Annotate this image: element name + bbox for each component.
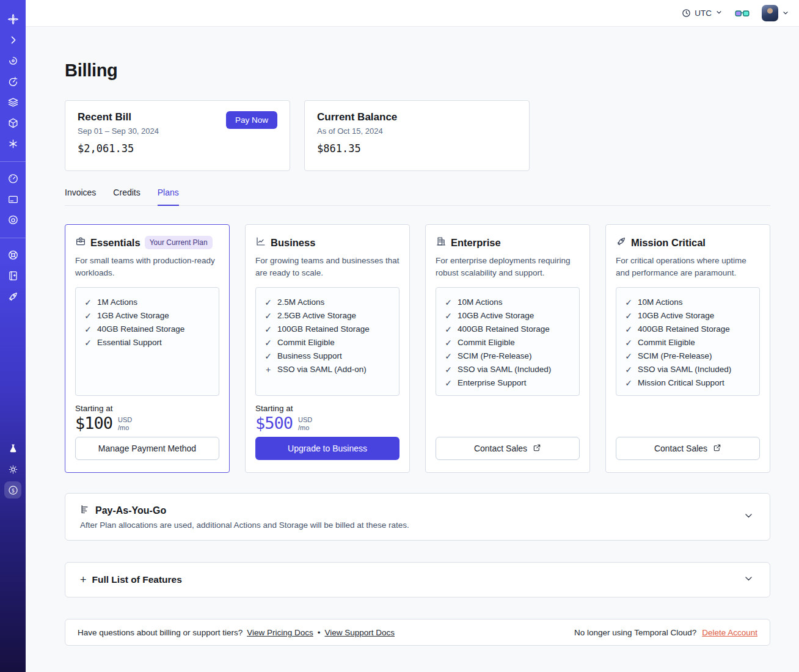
feature-text: 100GB Retained Storage — [277, 323, 370, 336]
chevron-right-icon[interactable] — [4, 31, 21, 48]
plan-name: Mission Critical — [631, 237, 706, 249]
footer-right-text: No longer using Temporal Cloud? — [574, 628, 696, 637]
feature-text: Essential Support — [97, 336, 162, 349]
summary-row: Recent Bill Sep 01 – Sep 30, 2024 $2,061… — [65, 100, 770, 171]
feature-text: Commit Eligible — [638, 336, 695, 349]
feature-text: SSO via SAML (Add-on) — [277, 363, 367, 376]
flask-icon[interactable] — [4, 440, 21, 457]
gauge-icon[interactable] — [4, 170, 21, 187]
plan-name: Enterprise — [451, 237, 501, 249]
chevron-down-icon[interactable] — [743, 574, 754, 586]
contact-sales-button[interactable]: Contact Sales — [436, 437, 580, 460]
page-title: Billing — [65, 60, 770, 81]
user-menu[interactable] — [762, 5, 789, 21]
layers-icon[interactable] — [4, 93, 21, 111]
feature-text: Mission Critical Support — [638, 376, 724, 390]
contact-sales-label: Contact Sales — [654, 444, 707, 453]
feature-text: 400GB Retained Storage — [638, 323, 730, 336]
sun-icon[interactable] — [4, 461, 21, 478]
check-icon: ✓ — [625, 336, 632, 349]
chevron-down-icon[interactable] — [743, 511, 754, 524]
dollar-coin-icon[interactable]: $ — [4, 481, 21, 499]
price-period: /mo — [298, 424, 309, 431]
upgrade-business-button[interactable]: Upgrade to Business — [255, 437, 400, 460]
check-icon: ✓ — [445, 323, 452, 336]
tab-invoices[interactable]: Invoices — [65, 188, 96, 205]
card-icon[interactable] — [4, 191, 21, 208]
svg-text:$: $ — [11, 487, 14, 493]
current-balance-card: Current Balance As of Oct 15, 2024 $861.… — [304, 100, 530, 171]
check-icon: ✓ — [445, 336, 452, 349]
feature-text: 40GB Retained Storage — [97, 323, 184, 336]
plan-description: For critical operations where uptime and… — [616, 255, 760, 279]
check-icon: ✓ — [84, 309, 92, 323]
top-header: UTC — [26, 0, 799, 27]
feature-text: 10M Actions — [458, 296, 503, 309]
sidebar-divider — [0, 238, 26, 238]
contact-sales-button[interactable]: Contact Sales — [616, 437, 760, 460]
feature-text: Commit Eligible — [458, 336, 515, 349]
cube-icon[interactable] — [4, 114, 21, 131]
bullet-separator: • — [318, 628, 321, 637]
lifebuoy-icon[interactable] — [4, 246, 21, 263]
manage-payment-button[interactable]: Manage Payment Method — [75, 437, 219, 460]
check-icon: ✓ — [445, 363, 452, 376]
plan-card-essentials: Essentials Your Current Plan For small t… — [65, 224, 230, 473]
check-icon: ✓ — [265, 296, 272, 309]
feature-text: Enterprise Support — [458, 376, 527, 390]
feature-text: 1GB Active Storage — [97, 309, 169, 323]
tab-credits[interactable]: Credits — [113, 188, 140, 205]
timezone-selector[interactable]: UTC — [682, 9, 723, 18]
glasses-icon[interactable] — [735, 9, 750, 18]
pay-now-button[interactable]: Pay Now — [226, 111, 277, 129]
spiral-icon[interactable] — [4, 52, 21, 69]
chevron-down-icon — [782, 8, 789, 19]
recent-bill-amount: $2,061.35 — [78, 142, 277, 155]
chevron-down-icon — [715, 9, 723, 18]
sidebar: $ — [0, 0, 26, 672]
price-amount: $500 — [255, 414, 293, 433]
feature-text: 2.5GB Active Storage — [277, 309, 356, 323]
view-pricing-docs-link[interactable]: View Pricing Docs — [247, 628, 313, 637]
check-icon: ✓ — [625, 363, 632, 376]
rocket-icon[interactable] — [4, 288, 21, 305]
price-block: Starting at $100 USD/mo — [75, 404, 219, 433]
gear-icon[interactable] — [4, 211, 21, 228]
check-icon: ✓ — [625, 309, 632, 323]
check-icon: ✓ — [265, 336, 272, 349]
timer-icon[interactable] — [4, 73, 21, 90]
delete-account-link[interactable]: Delete Account — [702, 628, 757, 637]
price-currency: USD — [118, 416, 132, 423]
check-icon: ✓ — [84, 296, 92, 309]
check-icon: ✓ — [265, 309, 272, 323]
current-balance-amount: $861.35 — [317, 142, 517, 155]
plan-name: Essentials — [90, 237, 140, 249]
check-icon: ✓ — [625, 376, 632, 390]
view-support-docs-link[interactable]: View Support Docs — [324, 628, 395, 637]
price-currency: USD — [298, 416, 312, 423]
features-accordion[interactable]: + Full List of Features — [65, 562, 770, 597]
asterisk-icon[interactable] — [4, 135, 21, 152]
bar-chart-icon — [80, 504, 90, 517]
check-icon: ✓ — [625, 349, 632, 363]
price-label: Starting at — [75, 404, 219, 413]
building-icon — [436, 236, 447, 249]
price-amount: $100 — [75, 414, 112, 433]
clock-icon — [682, 9, 691, 18]
main-content: Billing Recent Bill Sep 01 – Sep 30, 202… — [26, 27, 799, 672]
plans-row: Essentials Your Current Plan For small t… — [65, 224, 770, 473]
check-icon: ✓ — [625, 296, 632, 309]
temporal-logo[interactable] — [4, 10, 21, 27]
book-icon[interactable] — [4, 267, 21, 284]
payg-accordion[interactable]: Pay-As-You-Go After Plan allocations are… — [65, 493, 770, 541]
payg-description: After Plan allocations are used, additio… — [80, 520, 755, 530]
plan-description: For small teams with production-ready wo… — [75, 255, 219, 279]
feature-text: 2.5M Actions — [277, 296, 324, 309]
contact-sales-label: Contact Sales — [474, 444, 527, 453]
feature-text: 10M Actions — [638, 296, 683, 309]
price-period: /mo — [118, 424, 129, 431]
tab-plans[interactable]: Plans — [158, 188, 179, 206]
plan-card-mission-critical: Mission Critical For critical operations… — [605, 224, 770, 473]
feature-text: SSO via SAML (Included) — [458, 363, 551, 376]
footer-question: Have questions about billing or support … — [78, 628, 243, 637]
